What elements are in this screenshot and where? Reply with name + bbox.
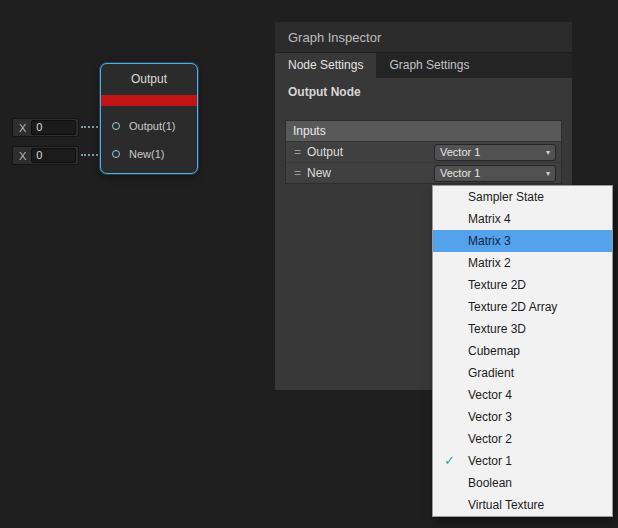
- menu-item-label: Matrix 3: [468, 234, 511, 248]
- menu-item-vector-3[interactable]: Vector 3: [433, 406, 612, 428]
- check-icon: ✓: [444, 450, 455, 472]
- type-dropdown-output[interactable]: Vector 1 ▾: [434, 144, 556, 161]
- menu-item-label: Vector 4: [468, 388, 512, 402]
- menu-item-label: Virtual Texture: [468, 498, 544, 512]
- type-dropdown-new[interactable]: Vector 1 ▾: [434, 165, 556, 182]
- menu-item-vector-2[interactable]: Vector 2: [433, 428, 612, 450]
- port-value-field[interactable]: X 0: [12, 146, 79, 165]
- x-value-input[interactable]: 0: [31, 120, 76, 135]
- x-component-label: X: [13, 122, 31, 134]
- menu-item-texture-2d[interactable]: Texture 2D: [433, 274, 612, 296]
- menu-item-boolean[interactable]: Boolean: [433, 472, 612, 494]
- chevron-down-icon: ▾: [546, 148, 550, 157]
- menu-item-matrix-4[interactable]: Matrix 4: [433, 208, 612, 230]
- node-color-bar: [101, 95, 197, 106]
- inputs-list: Inputs = Output Vector 1 ▾ = New Vector …: [285, 120, 562, 184]
- tab-graph-settings[interactable]: Graph Settings: [376, 53, 482, 78]
- menu-item-gradient[interactable]: Gradient: [433, 362, 612, 384]
- inspector-tabs: Node Settings Graph Settings: [275, 53, 572, 78]
- menu-item-vector-1[interactable]: ✓ Vector 1: [433, 450, 612, 472]
- x-component-label: X: [13, 150, 31, 162]
- node-title: Output: [101, 64, 197, 95]
- menu-item-label: Vector 2: [468, 432, 512, 446]
- drag-handle-icon[interactable]: =: [286, 166, 307, 180]
- menu-item-label: Gradient: [468, 366, 514, 380]
- menu-item-cubemap[interactable]: Cubemap: [433, 340, 612, 362]
- node-body: Output(1) New(1): [101, 106, 197, 168]
- menu-item-matrix-3[interactable]: Matrix 3: [433, 230, 612, 252]
- panel-title: Graph Inspector: [275, 22, 572, 53]
- chevron-down-icon: ▾: [546, 169, 550, 178]
- port-row: Output(1): [101, 112, 197, 140]
- menu-item-label: Texture 2D: [468, 278, 526, 292]
- port-label: Output(1): [129, 120, 175, 132]
- menu-item-label: Matrix 4: [468, 212, 511, 226]
- menu-item-label: Matrix 2: [468, 256, 511, 270]
- input-port-icon[interactable]: [112, 150, 120, 158]
- tab-node-settings[interactable]: Node Settings: [275, 53, 376, 78]
- menu-item-vector-4[interactable]: Vector 4: [433, 384, 612, 406]
- menu-item-label: Texture 3D: [468, 322, 526, 336]
- menu-item-sampler-state[interactable]: Sampler State: [433, 186, 612, 208]
- dropdown-selected-value: Vector 1: [440, 167, 480, 179]
- input-row-output: = Output Vector 1 ▾: [286, 141, 561, 162]
- menu-item-virtual-texture[interactable]: Virtual Texture: [433, 494, 612, 516]
- port-row: New(1): [101, 140, 197, 168]
- input-name: New: [307, 166, 331, 180]
- menu-item-texture-3d[interactable]: Texture 3D: [433, 318, 612, 340]
- input-port-icon[interactable]: [112, 122, 120, 130]
- menu-item-label: Vector 1: [468, 454, 512, 468]
- menu-item-label: Vector 3: [468, 410, 512, 424]
- input-name: Output: [307, 145, 343, 159]
- type-dropdown-menu: Sampler State Matrix 4 Matrix 3 Matrix 2…: [432, 185, 613, 517]
- port-label: New(1): [129, 148, 164, 160]
- menu-item-label: Texture 2D Array: [468, 300, 557, 314]
- menu-item-label: Boolean: [468, 476, 512, 490]
- input-row-new: = New Vector 1 ▾: [286, 162, 561, 183]
- menu-item-texture-2d-array[interactable]: Texture 2D Array: [433, 296, 612, 318]
- menu-item-label: Cubemap: [468, 344, 520, 358]
- dropdown-selected-value: Vector 1: [440, 146, 480, 158]
- shader-graph-editor: X 0 X 0 Output Output(1) New(1) Graph In…: [0, 0, 618, 528]
- x-value-input[interactable]: 0: [31, 148, 76, 163]
- drag-handle-icon[interactable]: =: [286, 145, 307, 159]
- menu-item-label: Sampler State: [468, 190, 544, 204]
- inputs-list-header: Inputs: [286, 121, 561, 141]
- node-settings-title: Output Node: [288, 85, 361, 99]
- port-value-field[interactable]: X 0: [12, 118, 79, 137]
- output-node[interactable]: Output Output(1) New(1): [100, 63, 198, 174]
- menu-item-matrix-2[interactable]: Matrix 2: [433, 252, 612, 274]
